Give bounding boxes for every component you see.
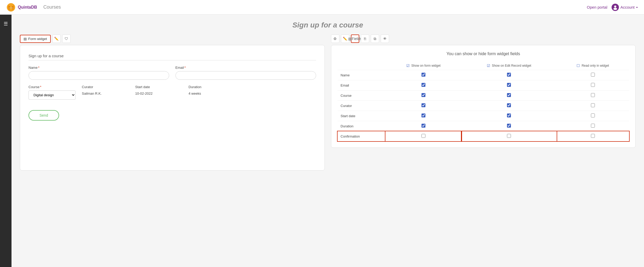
svg-point-6 [10, 8, 10, 8]
email-input[interactable] [175, 71, 316, 80]
gear-icon: ⚙ [333, 37, 337, 41]
page-title: Courses [43, 4, 61, 10]
table-icon: ▤ [348, 37, 352, 41]
name-group: Name* [29, 66, 169, 80]
read-only-checkbox[interactable] [591, 124, 595, 128]
logo[interactable]: QuintaDB [6, 3, 37, 12]
read-only-cell [557, 101, 629, 111]
field-name-cell: Name [338, 70, 385, 80]
read-only-checkbox[interactable] [591, 93, 595, 97]
fields-table: ☑ Show on form widget ☑ Show on Edit Rec… [338, 61, 629, 141]
form-widget-toolbar: ▤ Form widget ✏️ 🛡 [20, 35, 325, 43]
share-button[interactable]: ⎘ [361, 35, 369, 43]
course-select[interactable]: Digital design [29, 90, 76, 100]
svg-point-8 [614, 5, 616, 8]
email-required: * [184, 66, 186, 70]
logo-icon [6, 3, 16, 12]
read-only-checkbox[interactable] [591, 134, 595, 138]
name-input[interactable] [29, 71, 169, 80]
course-group: Course* Digital design [29, 85, 76, 100]
send-button[interactable]: Send [29, 110, 59, 121]
show-edit-checkbox[interactable] [507, 103, 511, 107]
table-row: Email [338, 80, 629, 90]
shield-button[interactable]: 🛡 [62, 35, 71, 43]
show-edit-checkbox[interactable] [507, 93, 511, 97]
shield-icon: 🛡 [65, 37, 68, 41]
show-form-checkbox[interactable] [421, 93, 425, 97]
notification-dot: ● [636, 6, 638, 9]
show-form-cell [385, 80, 461, 90]
account-avatar [612, 4, 619, 11]
field-name-cell: Email [338, 80, 385, 90]
show-form-cell [385, 101, 461, 111]
fields-panel: ⚙ ✏️ ▤ Fields ⎘ ⧉ [331, 35, 636, 148]
table-row: Start date [338, 111, 629, 121]
duration-value: 4 weeks [189, 90, 236, 95]
fields-panel-title: You can show or hide form widget fields [338, 52, 629, 56]
show-edit-checkbox[interactable] [507, 73, 511, 77]
start-date-label: Start date [135, 85, 182, 89]
read-only-cell [557, 70, 629, 80]
logo-text: QuintaDB [18, 5, 37, 10]
sidebar-menu-icon[interactable]: ☰ [2, 19, 10, 29]
account-button[interactable]: Account ● [612, 4, 638, 11]
show-form-checkbox[interactable] [421, 73, 425, 77]
show-edit-checkbox[interactable] [507, 113, 511, 117]
fields-label: Fields [352, 37, 361, 41]
copy-button[interactable]: ⧉ [371, 35, 379, 43]
nav-right: Open portal Account ● [587, 4, 638, 11]
fields-pen-button[interactable]: ✏️ [341, 35, 349, 43]
show-edit-cell [461, 121, 557, 131]
read-only-cell [557, 111, 629, 121]
eye-button[interactable]: 👁 [381, 35, 389, 43]
field-name-header [338, 61, 385, 70]
settings-button[interactable]: ⚙ [331, 35, 339, 43]
pen-icon: ✏️ [343, 37, 347, 41]
read-only-header: ☐ Read only in widget [557, 61, 629, 70]
svg-point-3 [9, 7, 13, 10]
share-icon: ⎘ [364, 37, 366, 41]
table-row: Duration [338, 121, 629, 131]
read-only-checkbox[interactable] [591, 73, 595, 77]
show-edit-cell [461, 131, 557, 141]
read-only-cell [557, 80, 629, 90]
show-form-checkbox[interactable] [421, 134, 425, 138]
form-widget-button[interactable]: ▤ Form widget [20, 35, 51, 43]
field-name-cell: Start date [338, 111, 385, 121]
read-only-check-icon: ☐ [577, 64, 580, 68]
show-form-checkbox[interactable] [421, 124, 425, 128]
show-form-cell [385, 121, 461, 131]
duration-group: Duration 4 weeks [189, 85, 236, 100]
fields-button[interactable]: ▤ Fields [351, 35, 359, 43]
show-edit-checkbox[interactable] [507, 124, 511, 128]
read-only-label: Read only in widget [582, 64, 609, 67]
course-label: Course* [29, 85, 76, 89]
show-edit-checkbox[interactable] [507, 134, 511, 138]
read-only-checkbox[interactable] [591, 83, 595, 87]
email-label: Email* [175, 66, 316, 70]
form-page-title: Sign up for a course [20, 21, 636, 29]
read-only-checkbox[interactable] [591, 113, 595, 117]
name-required: * [38, 66, 39, 70]
open-portal-link[interactable]: Open portal [587, 5, 607, 9]
fields-toolbar: ⚙ ✏️ ▤ Fields ⎘ ⧉ [331, 35, 636, 43]
read-only-checkbox[interactable] [591, 103, 595, 107]
show-edit-cell [461, 80, 557, 90]
start-date-group: Start date 10-02-2022 [135, 85, 182, 100]
edit-pen-button[interactable]: ✏️ [52, 35, 61, 43]
show-form-cell [385, 70, 461, 80]
main-content: Sign up for a course ▤ Form widget ✏️ 🛡 [12, 15, 644, 267]
show-edit-cell [461, 111, 557, 121]
show-edit-cell [461, 101, 557, 111]
field-name-cell: Duration [338, 121, 385, 131]
show-form-checkbox[interactable] [421, 113, 425, 117]
field-name-cell: Course [338, 90, 385, 101]
duration-label: Duration [189, 85, 236, 89]
form-section-title: Sign up for a course [29, 54, 316, 60]
field-name-cell: Confirmation [338, 131, 385, 141]
svg-point-7 [12, 8, 12, 8]
show-edit-checkbox[interactable] [507, 83, 511, 87]
show-form-checkbox[interactable] [421, 83, 425, 87]
show-form-checkbox[interactable] [421, 103, 425, 107]
account-avatar-icon [613, 5, 618, 10]
